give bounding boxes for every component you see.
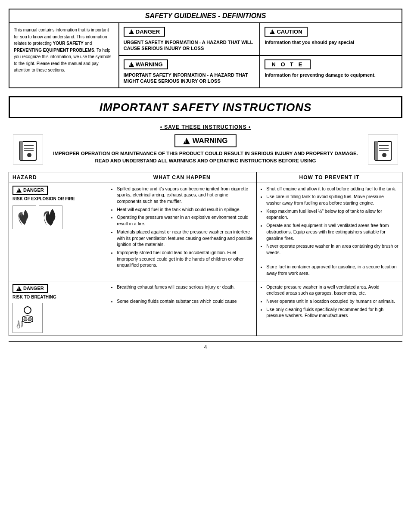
note-cell: N O T E Information for preventing damag… (260, 56, 402, 88)
how-to-prevent-explosion: Shut off engine and allow it to cool bef… (257, 183, 402, 281)
caution-badge: CAUTION (265, 27, 307, 37)
danger-badge-breathing: DANGER (12, 284, 48, 293)
table-row-explosion: DANGER RISK OF EXPLOSION OR FIRE (9, 183, 402, 281)
danger-explosion-icon (16, 188, 22, 193)
warning-badge-large: WARNING (174, 134, 236, 147)
svg-point-13 (24, 317, 27, 321)
hazard-col-explosion: DANGER RISK OF EXPLOSION OR FIRE (9, 183, 107, 281)
breathing-what-list: Breathing exhaust fumes will cause serio… (111, 284, 253, 290)
svg-rect-7 (375, 141, 378, 160)
list-item: Some cleaning fluids contain substances … (117, 298, 253, 305)
fire-icon-1 (12, 205, 36, 229)
guidelines-body: This manual contains information that is… (9, 23, 402, 87)
breathing-prevent-list: Operate pressure washer in a well ventil… (260, 284, 399, 319)
danger-breathing-text: DANGER (23, 285, 44, 292)
list-item: Never operate pressure washer in an area… (266, 243, 399, 255)
list-item: Improperly stored fuel could lead to acc… (117, 249, 253, 268)
table-row-breathing: DANGER RISK TO BREATHING (9, 281, 402, 336)
fire-icon-2 (39, 205, 62, 229)
list-item: Keep maximum fuel level ½" below top of … (266, 208, 399, 221)
caution-description: Information that you should pay special (265, 39, 397, 45)
table-header-hazard: HAZARD (9, 172, 107, 183)
svg-point-12 (24, 307, 31, 314)
guidelines-intro: This manual contains information that is… (9, 23, 119, 87)
danger-badge-explosion: DANGER (12, 186, 48, 195)
risk-breathing-label: RISK TO BREATHING (12, 294, 103, 300)
table-header-what: WHAT CAN HAPPEN (107, 172, 257, 183)
list-item: Never operate unit in a location occupie… (266, 298, 399, 305)
list-item: Breathing exhaust fumes will cause serio… (117, 284, 253, 290)
danger-triangle-icon (129, 29, 134, 34)
warning-badge: WARNING (124, 59, 168, 69)
list-item: Use care in filling tank to avoid spilli… (266, 193, 399, 206)
warning-center-content: WARNING IMPROPER OPERATION OR MAINTENANC… (43, 134, 368, 165)
hazard-col-breathing: DANGER RISK TO BREATHING (9, 281, 107, 336)
breathing-icon (12, 303, 43, 333)
warning-description: IMPORTANT SAFETY INFORMATION - A HAZARD … (124, 72, 255, 84)
page-number: 4 (9, 341, 402, 350)
warning-badge-text: WARNING (136, 61, 163, 68)
safety-guidelines-title: SAFETY GUIDELINES - DEFINITIONS (9, 9, 402, 23)
danger-description: URGENT SAFETY INFORMATION - A HAZARD THA… (124, 39, 255, 52)
what-can-happen-breathing: Breathing exhaust fumes will cause serio… (107, 281, 257, 336)
save-instructions: • SAVE THESE INSTRUCTIONS • (9, 124, 402, 130)
warning-cell: WARNING IMPORTANT SAFETY INFORMATION - A… (119, 56, 260, 88)
list-item: Use only cleaning fluids specifically re… (266, 306, 399, 319)
list-item: Operate and fuel equipment in well venti… (266, 222, 399, 241)
how-to-prevent-breathing: Operate pressure washer in a well ventil… (257, 281, 402, 336)
safety-guidelines-section: SAFETY GUIDELINES - DEFINITIONS This man… (9, 9, 402, 88)
what-can-happen-explosion: Spilled gasoline and it's vapors can bec… (107, 183, 257, 281)
note-badge-text: N O T E (271, 61, 304, 68)
list-item: Operating the pressure washer in an expl… (117, 214, 253, 227)
danger-explosion-text: DANGER (23, 187, 44, 193)
note-badge: N O T E (265, 59, 311, 69)
warning-large-badge-text: WARNING (192, 137, 227, 145)
caution-triangle-icon (270, 29, 275, 34)
manual-icon-right (368, 134, 398, 165)
warning-triangle-icon (129, 62, 134, 67)
risk-explosion-label: RISK OF EXPLOSION OR FIRE (12, 196, 103, 202)
important-safety-title: IMPORTANT SAFETY INSTRUCTIONS (10, 101, 401, 114)
warning-large-triangle-icon (183, 138, 190, 144)
danger-badge: DANGER (124, 27, 165, 37)
guidelines-right-col: CAUTION Information that you should pay … (260, 23, 402, 87)
svg-rect-1 (20, 141, 23, 160)
explosion-what-list: Spilled gasoline and it's vapors can bec… (111, 186, 253, 268)
list-item: Operate pressure washer in a well ventil… (266, 284, 399, 296)
danger-breathing-icon (16, 286, 22, 291)
caution-cell: CAUTION Information that you should pay … (260, 23, 402, 56)
warning-banner: WARNING IMPROPER OPERATION OR MAINTENANC… (9, 134, 402, 165)
guidelines-intro-text: This manual contains information that is… (14, 28, 111, 72)
svg-point-14 (28, 317, 31, 321)
danger-badge-text: DANGER (136, 28, 160, 35)
list-item: Materials placed against or near the pre… (117, 229, 253, 248)
important-safety-section: IMPORTANT SAFETY INSTRUCTIONS (9, 96, 402, 118)
danger-cell: DANGER URGENT SAFETY INFORMATION - A HAZ… (119, 23, 260, 56)
breathing-what-list-2: Some cleaning fluids contain substances … (111, 298, 253, 305)
list-item: Shut off engine and allow it to cool bef… (266, 186, 399, 192)
list-item: Spilled gasoline and it's vapors can bec… (117, 186, 253, 205)
note-description: Information for preventing damage to equ… (265, 72, 397, 78)
fire-icons (12, 205, 103, 229)
manual-icon-left (13, 134, 43, 165)
explosion-prevent-list: Shut off engine and allow it to cool bef… (260, 186, 399, 277)
list-item: Store fuel in container approved for gas… (266, 264, 399, 276)
svg-point-11 (382, 153, 386, 157)
hazard-table: HAZARD WHAT CAN HAPPEN HOW TO PREVENT IT… (9, 172, 402, 336)
svg-point-5 (27, 153, 31, 157)
table-header-how: HOW TO PREVENT IT (257, 172, 402, 183)
list-item: Heat will expand fuel in the tank which … (117, 206, 253, 213)
caution-badge-text: CAUTION (277, 28, 302, 35)
warning-main-text: IMPROPER OPERATION OR MAINTENANCE OF THI… (47, 150, 364, 165)
guidelines-center-col: DANGER URGENT SAFETY INFORMATION - A HAZ… (119, 23, 261, 87)
